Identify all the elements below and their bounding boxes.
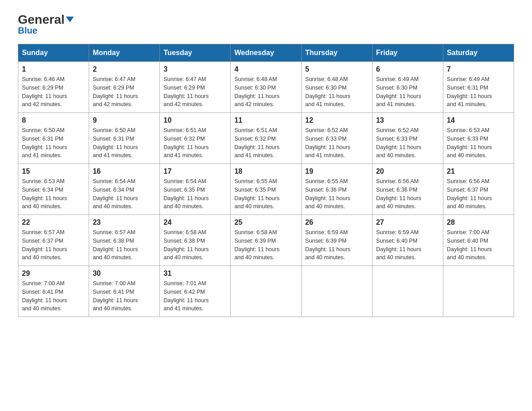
calendar-cell: 3Sunrise: 6:47 AMSunset: 6:29 PMDaylight… — [160, 62, 231, 113]
page-header: General Blue — [18, 13, 514, 35]
calendar-cell: 9Sunrise: 6:50 AMSunset: 6:31 PMDaylight… — [89, 113, 160, 164]
day-info: Sunrise: 6:49 AMSunset: 6:31 PMDaylight:… — [447, 75, 510, 109]
calendar-cell: 20Sunrise: 6:56 AMSunset: 6:36 PMDayligh… — [372, 164, 443, 215]
day-info: Sunrise: 6:46 AMSunset: 6:29 PMDaylight:… — [22, 75, 85, 109]
calendar-cell: 15Sunrise: 6:53 AMSunset: 6:34 PMDayligh… — [18, 164, 89, 215]
calendar-cell: 14Sunrise: 6:53 AMSunset: 6:33 PMDayligh… — [443, 113, 514, 164]
day-number: 31 — [163, 270, 227, 278]
calendar-header-sunday: Sunday — [18, 44, 89, 62]
day-info: Sunrise: 6:51 AMSunset: 6:32 PMDaylight:… — [163, 126, 227, 160]
day-info: Sunrise: 6:48 AMSunset: 6:30 PMDaylight:… — [234, 75, 297, 109]
day-number: 20 — [376, 167, 439, 176]
day-number: 23 — [93, 218, 156, 227]
calendar-cell: 28Sunrise: 7:00 AMSunset: 6:40 PMDayligh… — [443, 215, 514, 266]
day-info: Sunrise: 6:51 AMSunset: 6:32 PMDaylight:… — [234, 126, 297, 160]
calendar-cell: 30Sunrise: 7:00 AMSunset: 6:41 PMDayligh… — [89, 266, 160, 317]
day-info: Sunrise: 6:54 AMSunset: 6:34 PMDaylight:… — [93, 177, 156, 211]
day-number: 4 — [234, 65, 297, 73]
calendar-cell: 25Sunrise: 6:58 AMSunset: 6:39 PMDayligh… — [231, 215, 301, 266]
day-info: Sunrise: 6:54 AMSunset: 6:35 PMDaylight:… — [163, 177, 227, 211]
day-info: Sunrise: 6:52 AMSunset: 6:33 PMDaylight:… — [305, 126, 369, 160]
day-number: 26 — [305, 218, 369, 227]
day-info: Sunrise: 6:53 AMSunset: 6:33 PMDaylight:… — [447, 126, 510, 160]
calendar-cell — [372, 266, 443, 317]
calendar-cell: 1Sunrise: 6:46 AMSunset: 6:29 PMDaylight… — [18, 62, 89, 113]
calendar-week-row: 22Sunrise: 6:57 AMSunset: 6:37 PMDayligh… — [18, 215, 514, 266]
day-number: 13 — [376, 116, 439, 124]
day-info: Sunrise: 6:56 AMSunset: 6:37 PMDaylight:… — [447, 177, 510, 211]
day-number: 18 — [234, 167, 297, 176]
day-info: Sunrise: 6:47 AMSunset: 6:29 PMDaylight:… — [93, 75, 156, 109]
calendar-header-saturday: Saturday — [443, 44, 514, 62]
day-info: Sunrise: 6:50 AMSunset: 6:31 PMDaylight:… — [22, 126, 85, 160]
day-info: Sunrise: 6:49 AMSunset: 6:30 PMDaylight:… — [376, 75, 439, 109]
calendar-cell: 22Sunrise: 6:57 AMSunset: 6:37 PMDayligh… — [18, 215, 89, 266]
day-number: 25 — [234, 218, 297, 227]
day-number: 6 — [376, 65, 439, 73]
day-info: Sunrise: 6:52 AMSunset: 6:33 PMDaylight:… — [376, 126, 439, 160]
day-number: 1 — [22, 65, 85, 73]
day-number: 2 — [93, 65, 156, 73]
day-number: 10 — [163, 116, 227, 124]
calendar-cell: 29Sunrise: 7:00 AMSunset: 6:41 PMDayligh… — [18, 266, 89, 317]
day-number: 16 — [93, 167, 156, 176]
calendar-header-friday: Friday — [372, 44, 443, 62]
logo: General Blue — [18, 13, 74, 35]
day-number: 19 — [305, 167, 369, 176]
day-info: Sunrise: 7:00 AMSunset: 6:40 PMDaylight:… — [447, 228, 510, 262]
calendar-table: SundayMondayTuesdayWednesdayThursdayFrid… — [18, 44, 514, 317]
calendar-header-wednesday: Wednesday — [231, 44, 301, 62]
day-number: 8 — [22, 116, 85, 124]
day-number: 21 — [447, 167, 510, 176]
calendar-header-row: SundayMondayTuesdayWednesdayThursdayFrid… — [18, 44, 514, 62]
calendar-cell: 19Sunrise: 6:55 AMSunset: 6:36 PMDayligh… — [301, 164, 372, 215]
calendar-header-tuesday: Tuesday — [160, 44, 231, 62]
day-info: Sunrise: 6:57 AMSunset: 6:37 PMDaylight:… — [22, 228, 85, 262]
calendar-week-row: 15Sunrise: 6:53 AMSunset: 6:34 PMDayligh… — [18, 164, 514, 215]
day-number: 15 — [22, 167, 85, 176]
day-number: 17 — [163, 167, 227, 176]
calendar-week-row: 8Sunrise: 6:50 AMSunset: 6:31 PMDaylight… — [18, 113, 514, 164]
calendar-cell: 16Sunrise: 6:54 AMSunset: 6:34 PMDayligh… — [89, 164, 160, 215]
day-number: 27 — [376, 218, 439, 227]
calendar-cell: 7Sunrise: 6:49 AMSunset: 6:31 PMDaylight… — [443, 62, 514, 113]
day-number: 29 — [22, 270, 85, 278]
calendar-week-row: 29Sunrise: 7:00 AMSunset: 6:41 PMDayligh… — [18, 266, 514, 317]
calendar-cell: 17Sunrise: 6:54 AMSunset: 6:35 PMDayligh… — [160, 164, 231, 215]
calendar-cell: 24Sunrise: 6:58 AMSunset: 6:38 PMDayligh… — [160, 215, 231, 266]
calendar-cell: 10Sunrise: 6:51 AMSunset: 6:32 PMDayligh… — [160, 113, 231, 164]
day-number: 30 — [93, 270, 156, 278]
day-info: Sunrise: 6:57 AMSunset: 6:38 PMDaylight:… — [93, 228, 156, 262]
day-number: 24 — [163, 218, 227, 227]
day-info: Sunrise: 7:01 AMSunset: 6:42 PMDaylight:… — [163, 279, 227, 313]
day-info: Sunrise: 6:50 AMSunset: 6:31 PMDaylight:… — [93, 126, 156, 160]
calendar-week-row: 1Sunrise: 6:46 AMSunset: 6:29 PMDaylight… — [18, 62, 514, 113]
day-number: 14 — [447, 116, 510, 124]
day-info: Sunrise: 6:58 AMSunset: 6:38 PMDaylight:… — [163, 228, 227, 262]
calendar-cell: 5Sunrise: 6:48 AMSunset: 6:30 PMDaylight… — [301, 62, 372, 113]
calendar-cell: 8Sunrise: 6:50 AMSunset: 6:31 PMDaylight… — [18, 113, 89, 164]
day-info: Sunrise: 6:58 AMSunset: 6:39 PMDaylight:… — [234, 228, 297, 262]
calendar-cell: 26Sunrise: 6:59 AMSunset: 6:39 PMDayligh… — [301, 215, 372, 266]
day-info: Sunrise: 6:55 AMSunset: 6:35 PMDaylight:… — [234, 177, 297, 211]
day-number: 5 — [305, 65, 369, 73]
day-number: 22 — [22, 218, 85, 227]
calendar-cell: 13Sunrise: 6:52 AMSunset: 6:33 PMDayligh… — [372, 113, 443, 164]
day-info: Sunrise: 6:48 AMSunset: 6:30 PMDaylight:… — [305, 75, 369, 109]
day-info: Sunrise: 6:47 AMSunset: 6:29 PMDaylight:… — [163, 75, 227, 109]
calendar-cell: 2Sunrise: 6:47 AMSunset: 6:29 PMDaylight… — [89, 62, 160, 113]
calendar-cell — [301, 266, 372, 317]
day-info: Sunrise: 6:59 AMSunset: 6:40 PMDaylight:… — [376, 228, 439, 262]
calendar-cell — [443, 266, 514, 317]
calendar-cell — [231, 266, 301, 317]
day-info: Sunrise: 7:00 AMSunset: 6:41 PMDaylight:… — [93, 279, 156, 313]
calendar-cell: 21Sunrise: 6:56 AMSunset: 6:37 PMDayligh… — [443, 164, 514, 215]
day-info: Sunrise: 6:59 AMSunset: 6:39 PMDaylight:… — [305, 228, 369, 262]
calendar-header-thursday: Thursday — [301, 44, 372, 62]
day-info: Sunrise: 6:55 AMSunset: 6:36 PMDaylight:… — [305, 177, 369, 211]
calendar-cell: 27Sunrise: 6:59 AMSunset: 6:40 PMDayligh… — [372, 215, 443, 266]
calendar-cell: 11Sunrise: 6:51 AMSunset: 6:32 PMDayligh… — [231, 113, 301, 164]
calendar-cell: 23Sunrise: 6:57 AMSunset: 6:38 PMDayligh… — [89, 215, 160, 266]
day-number: 9 — [93, 116, 156, 124]
day-number: 28 — [447, 218, 510, 227]
